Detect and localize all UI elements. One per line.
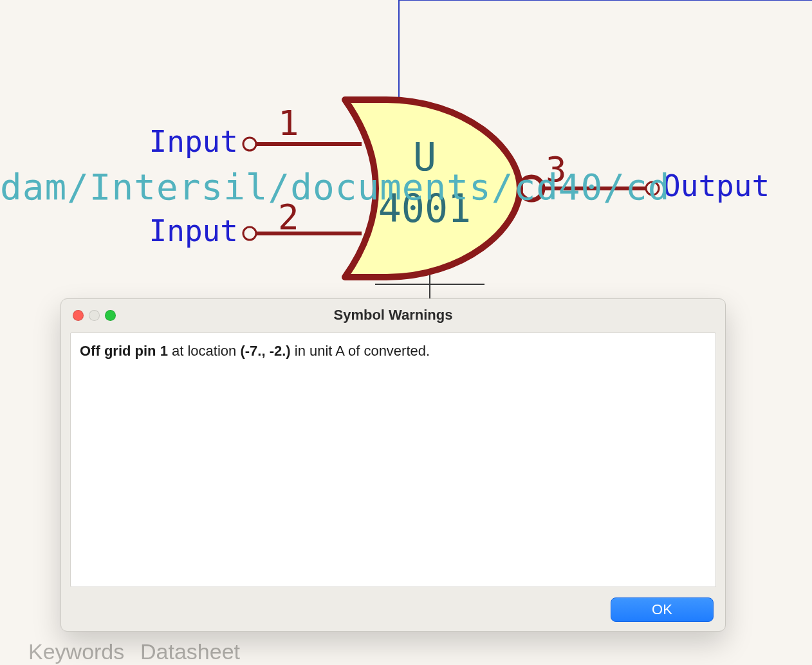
gate-invert-bubble xyxy=(520,177,543,200)
pin-3-number: 3 xyxy=(546,149,567,190)
dialog-msg-text-1: at location xyxy=(168,343,241,359)
schematic-canvas[interactable]: 1 2 3 Input Input Output U 4001 dam/Inte… xyxy=(0,0,812,665)
datasheet-label: Datasheet xyxy=(140,639,240,664)
pin-2-number: 2 xyxy=(278,197,299,237)
pin-3-endpoint xyxy=(646,182,659,195)
symbol-value: 4001 xyxy=(378,186,472,231)
pin-3-name: Output xyxy=(663,169,770,203)
ok-button[interactable]: OK xyxy=(611,597,714,622)
dialog-title: Symbol Warnings xyxy=(61,307,725,323)
keywords-label: Keywords xyxy=(28,639,124,664)
dialog-msg-bold-1: Off grid pin 1 xyxy=(80,343,168,359)
symbol-reference: U xyxy=(413,134,436,179)
symbol-datasheet-overlay: dam/Intersil/documents/cd40/cd xyxy=(0,166,670,208)
pin-2-name: Input xyxy=(149,214,238,248)
dialog-msg-text-2: in unit A of converted. xyxy=(291,343,430,359)
dialog-message-area: Off grid pin 1 at location (-7., -2.) in… xyxy=(70,332,716,587)
symbol-warnings-dialog: Symbol Warnings Off grid pin 1 at locati… xyxy=(60,298,726,632)
pin-1-number: 1 xyxy=(278,103,299,143)
dialog-titlebar[interactable]: Symbol Warnings xyxy=(61,299,725,332)
pin-1-name: Input xyxy=(149,124,238,159)
gate-body xyxy=(345,100,520,277)
dialog-msg-bold-2: (-7., -2.) xyxy=(240,343,290,359)
pin-1-endpoint xyxy=(243,138,256,150)
pin-2-endpoint xyxy=(243,227,256,240)
